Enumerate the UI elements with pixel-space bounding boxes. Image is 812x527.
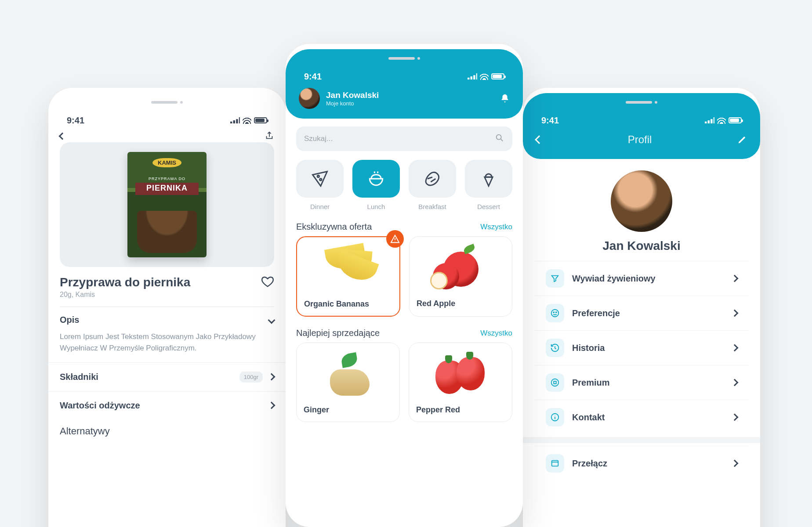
signal-icon: [705, 117, 714, 123]
product-card-bananas[interactable]: Organic Bananas: [296, 236, 400, 317]
section-opis-toggle[interactable]: Opis: [60, 315, 274, 325]
section-divider: [523, 437, 760, 443]
menu-label: Historia: [572, 343, 605, 353]
product-card-pepper[interactable]: Pepper Red: [409, 343, 512, 422]
menu-item-przelacz[interactable]: Przełącz: [534, 446, 749, 480]
product-title: Przyprawa do piernika: [60, 275, 190, 289]
search-input[interactable]: Szukaj...: [296, 126, 512, 151]
icecream-icon: [479, 169, 498, 188]
category-label: Dinner: [296, 203, 344, 210]
wifi-icon: [243, 117, 251, 124]
back-button[interactable]: [535, 135, 544, 144]
edit-button[interactable]: [737, 135, 747, 144]
profile-avatar[interactable]: [611, 170, 672, 232]
svg-point-5: [556, 312, 557, 313]
chevron-right-icon: [731, 460, 739, 467]
chevron-right-icon: [731, 275, 739, 282]
svg-point-4: [553, 312, 554, 313]
section-opis-label: Opis: [60, 315, 79, 325]
phone-notch: [286, 49, 523, 68]
back-button[interactable]: [59, 133, 66, 140]
svg-point-2: [320, 179, 322, 180]
header-title: Profil: [628, 134, 652, 146]
section-exclusive-title: Ekskluzywna oferta: [296, 222, 372, 232]
menu-item-preferencje[interactable]: Preferencje: [534, 296, 749, 330]
category-lunch[interactable]: Lunch: [352, 160, 400, 210]
smile-icon: [546, 304, 564, 322]
category-dinner[interactable]: Dinner: [296, 160, 344, 210]
svg-point-3: [551, 310, 559, 317]
chevron-right-icon: [731, 310, 739, 317]
product-card-name: Organic Bananas: [304, 300, 392, 309]
signal-icon: [230, 117, 240, 123]
history-icon: [546, 339, 564, 357]
chevron-right-icon: [268, 373, 276, 381]
status-bar: 9:41: [523, 112, 760, 129]
menu-item-wywiad[interactable]: Wywiad żywieniowy: [534, 261, 749, 296]
ginger-image: [324, 354, 372, 397]
croissant-icon: [423, 169, 442, 188]
battery-icon: [254, 117, 267, 123]
status-bar: 9:41: [286, 68, 523, 85]
alert-badge: [386, 230, 404, 248]
category-dessert[interactable]: Dessert: [465, 160, 512, 210]
phone-notch: [48, 93, 286, 112]
menu-label: Preferencje: [572, 308, 620, 318]
skladniki-label: Składniki: [60, 372, 98, 382]
filter-icon: [546, 269, 564, 288]
menu-label: Premium: [572, 378, 610, 388]
bowl-icon: [366, 169, 386, 188]
bell-icon: [500, 93, 510, 104]
phone-product-detail: 9:41 KAMIS PRZYPRAWA DO PIERNIKA Przypra…: [48, 88, 286, 527]
avatar[interactable]: [299, 88, 320, 109]
category-breakfast[interactable]: Breakfast: [409, 160, 456, 210]
product-card-apple[interactable]: Red Apple: [409, 236, 512, 317]
info-icon: [546, 408, 564, 426]
alert-icon: [390, 234, 400, 244]
menu-item-premium[interactable]: Premium: [534, 365, 749, 400]
divider: [60, 307, 274, 307]
product-card-name: Ginger: [304, 405, 392, 415]
svg-point-6: [551, 379, 559, 386]
heart-icon: [261, 275, 274, 288]
apple-image: [443, 252, 478, 287]
section-bestselling-title: Najlepiej sprzedające: [296, 328, 380, 338]
battery-icon: [491, 73, 504, 79]
status-time: 9:41: [541, 116, 559, 126]
opis-text: Lorem Ipsum Jest Tekstem Stosowanym Jako…: [60, 331, 274, 354]
product-card-name: Pepper Red: [416, 405, 505, 415]
wifi-icon: [480, 73, 489, 80]
section-wartosci[interactable]: Wartości odżywcze: [48, 391, 286, 419]
phone-notch: [523, 93, 760, 112]
status-bar: 9:41: [48, 112, 286, 129]
chevron-right-icon: [268, 402, 276, 409]
signal-icon: [468, 73, 477, 79]
menu-label: Wywiad żywieniowy: [572, 274, 656, 284]
notifications-button[interactable]: [500, 93, 510, 104]
favorite-button[interactable]: [261, 275, 274, 290]
user-name: Jan Kowalski: [326, 90, 379, 100]
section-skladniki[interactable]: Składniki 100gr: [48, 362, 286, 391]
product-card-ginger[interactable]: Ginger: [296, 343, 400, 422]
switch-icon: [546, 454, 564, 473]
wifi-icon: [717, 117, 726, 124]
pack-title: PIERNIKA: [127, 184, 207, 193]
pack-pretitle: PRZYPRAWA DO: [127, 177, 207, 181]
menu-item-historia[interactable]: Historia: [534, 330, 749, 365]
chevron-right-icon: [731, 379, 739, 386]
menu-item-kontakt[interactable]: Kontakt: [534, 400, 749, 434]
status-time: 9:41: [304, 72, 322, 82]
phone-home: 9:41 Jan Kowalski Moje konto Szukaj: [286, 44, 523, 527]
share-button[interactable]: [265, 131, 274, 142]
chevron-down-icon: [268, 316, 276, 324]
category-label: Lunch: [352, 203, 400, 210]
pizza-icon: [310, 169, 330, 188]
section-alternatywy: Alternatywy: [48, 419, 286, 437]
product-subtitle: 20g, Kamis: [48, 291, 286, 299]
status-icons: [230, 117, 267, 124]
section-exclusive-more[interactable]: Wszystko: [480, 223, 512, 231]
pencil-icon: [737, 135, 747, 144]
category-label: Breakfast: [409, 203, 456, 210]
section-bestselling-more[interactable]: Wszystko: [480, 329, 512, 338]
skladniki-pill: 100gr: [239, 372, 263, 383]
